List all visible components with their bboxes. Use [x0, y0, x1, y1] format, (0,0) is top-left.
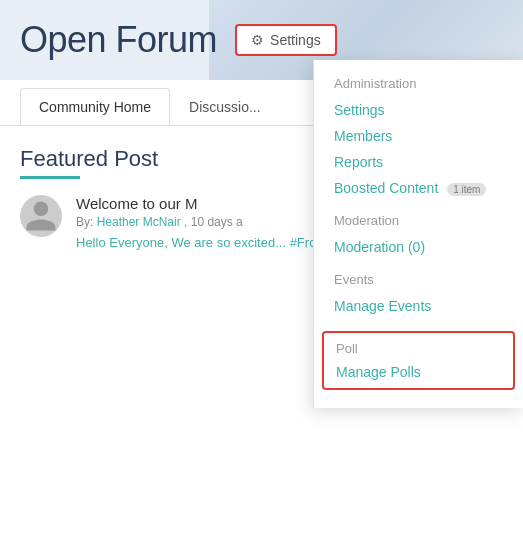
settings-label: Settings	[270, 32, 321, 48]
tab-discussions[interactable]: Discussio...	[170, 88, 280, 125]
events-title: Events	[314, 272, 523, 293]
dropdown-item-boosted-content[interactable]: Boosted Content 1 item	[314, 175, 523, 201]
boosted-content-label: Boosted Content	[334, 180, 438, 196]
dropdown-section-poll: Poll Manage Polls	[322, 331, 515, 390]
dropdown-item-settings[interactable]: Settings	[314, 97, 523, 123]
dropdown-section-administration: Administration Settings Members Reports …	[314, 76, 523, 201]
dropdown-section-events: Events Manage Events	[314, 272, 523, 319]
gear-icon: ⚙	[251, 32, 264, 48]
post-date: , 10 days a	[181, 215, 243, 229]
dropdown-item-members[interactable]: Members	[314, 123, 523, 149]
avatar-icon	[23, 198, 59, 234]
dropdown-item-manage-polls[interactable]: Manage Polls	[324, 360, 513, 384]
dropdown-item-reports[interactable]: Reports	[314, 149, 523, 175]
boosted-content-badge: 1 item	[447, 183, 486, 196]
post-meta-prefix: By:	[76, 215, 97, 229]
forum-title: Open Forum	[20, 19, 217, 61]
dropdown-section-moderation: Moderation Moderation (0)	[314, 213, 523, 260]
dropdown-item-manage-events[interactable]: Manage Events	[314, 293, 523, 319]
settings-button[interactable]: ⚙ Settings	[235, 24, 337, 56]
poll-title: Poll	[324, 337, 513, 360]
administration-title: Administration	[314, 76, 523, 97]
dropdown-panel: Administration Settings Members Reports …	[313, 60, 523, 408]
moderation-title: Moderation	[314, 213, 523, 234]
post-author[interactable]: Heather McNair	[97, 215, 181, 229]
tab-community-home[interactable]: Community Home	[20, 88, 170, 125]
avatar	[20, 195, 62, 237]
featured-underline	[20, 176, 80, 179]
dropdown-item-moderation[interactable]: Moderation (0)	[314, 234, 523, 260]
